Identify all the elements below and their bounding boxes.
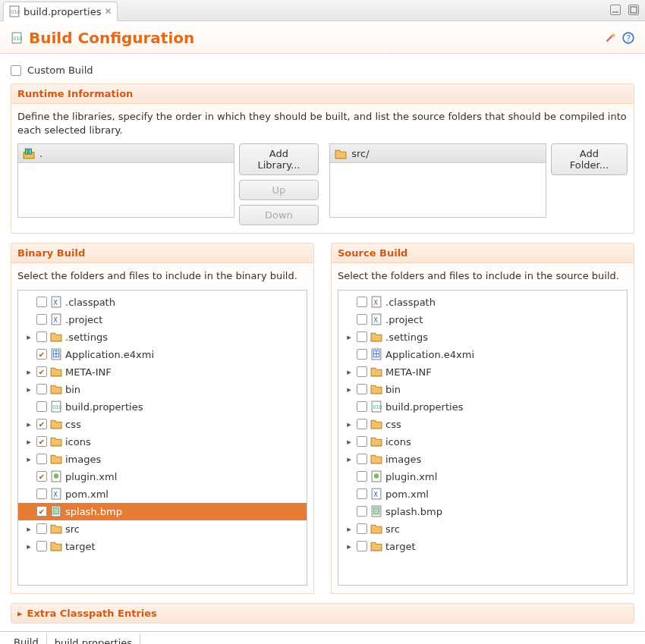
tree-item[interactable]: ▸.settings [18, 328, 307, 346]
tree-item[interactable]: ▸.project [18, 311, 307, 328]
expand-arrow-icon[interactable]: ▸ [24, 419, 33, 429]
tree-item-checkbox[interactable] [357, 454, 367, 464]
tree-item[interactable]: ▸icons [338, 433, 627, 451]
tree-item-checkbox[interactable] [357, 297, 367, 307]
expand-arrow-icon[interactable]: ▸ [24, 367, 33, 377]
down-button[interactable]: Down [239, 205, 319, 225]
tree-item[interactable]: ▸pom.xml [338, 485, 627, 503]
tree-item-checkbox[interactable] [36, 541, 47, 551]
tree-item[interactable]: ▸bin [338, 381, 627, 398]
tree-item-checkbox[interactable] [36, 349, 47, 360]
tree-item[interactable]: ▸.settings [338, 328, 627, 346]
tree-item-checkbox[interactable] [36, 471, 47, 482]
tree-item-checkbox[interactable] [36, 419, 47, 429]
tree-item[interactable]: ▸.classpath [18, 294, 307, 311]
tree-item-checkbox[interactable] [36, 523, 47, 534]
runtime-info-section: Runtime Information Define the libraries… [11, 83, 634, 234]
tree-item-checkbox[interactable] [357, 331, 367, 342]
tree-item[interactable]: ▸images [338, 451, 627, 468]
expand-arrow-icon[interactable]: ▸ [345, 367, 354, 377]
tree-item-checkbox[interactable] [36, 297, 47, 307]
tree-item[interactable]: ▸images [18, 451, 307, 468]
tree-item-checkbox[interactable] [357, 436, 367, 447]
wizard-icon[interactable] [604, 32, 616, 44]
tree-item[interactable]: ▸.classpath [338, 294, 627, 311]
tree-item-checkbox[interactable] [36, 384, 47, 394]
tree-item[interactable]: ▸build.properties [338, 398, 627, 416]
tree-item-checkbox[interactable] [36, 506, 47, 517]
tree-item[interactable]: ▸META-INF [18, 363, 307, 381]
folder-icon [370, 418, 382, 430]
tree-item-checkbox[interactable] [357, 471, 367, 482]
editor-tab-build-properties[interactable]: build.properties ✕ [3, 2, 118, 21]
source-folder-list[interactable]: src/ [329, 143, 546, 218]
library-list[interactable]: . [17, 143, 234, 218]
help-icon[interactable] [622, 32, 634, 44]
add-folder-button[interactable]: Add Folder... [551, 143, 628, 175]
tree-item[interactable]: ▸icons [18, 433, 307, 451]
tree-item-checkbox[interactable] [357, 349, 367, 360]
tree-item-checkbox[interactable] [36, 314, 47, 325]
expand-arrow-icon[interactable]: ▸ [24, 542, 33, 551]
close-tab-icon[interactable]: ✕ [104, 6, 112, 17]
tree-item[interactable]: ▸plugin.xml [18, 468, 307, 485]
tree-item-checkbox[interactable] [357, 506, 367, 517]
tree-item[interactable]: ▸target [338, 538, 627, 555]
expand-arrow-icon[interactable]: ▸ [345, 454, 354, 464]
tree-item-checkbox[interactable] [36, 366, 47, 377]
subtab-build-properties[interactable]: build.properties [46, 633, 140, 644]
tree-item[interactable]: ▸bin [18, 381, 307, 398]
tree-item[interactable]: ▸css [338, 416, 627, 433]
tree-item-label: src [385, 523, 400, 535]
binary-build-tree[interactable]: ▸.classpath▸.project▸.settings▸Applicati… [17, 290, 307, 586]
tree-item-checkbox[interactable] [36, 488, 47, 499]
expand-arrow-icon: ▸ [17, 608, 23, 619]
subtab-build[interactable]: Build [6, 633, 46, 644]
tree-item-checkbox[interactable] [357, 541, 367, 551]
expand-arrow-icon[interactable]: ▸ [345, 419, 354, 429]
tree-item-checkbox[interactable] [357, 488, 367, 499]
expand-arrow-icon[interactable]: ▸ [24, 332, 33, 342]
expand-arrow-icon[interactable]: ▸ [345, 332, 354, 342]
tree-item-checkbox[interactable] [357, 401, 367, 412]
tree-item[interactable]: ▸splash.bmp [338, 503, 627, 520]
tree-item[interactable]: ▸Application.e4xmi [18, 346, 307, 363]
expand-arrow-icon[interactable]: ▸ [345, 437, 354, 447]
tree-item[interactable]: ▸pom.xml [18, 485, 307, 503]
tree-item-checkbox[interactable] [36, 436, 47, 447]
tree-item[interactable]: ▸splash.bmp [18, 503, 307, 520]
tree-item-checkbox[interactable] [357, 384, 367, 394]
tree-item-checkbox[interactable] [357, 419, 367, 429]
tree-item[interactable]: ▸src [18, 520, 307, 538]
expand-arrow-icon[interactable]: ▸ [345, 385, 354, 394]
custom-build-checkbox[interactable] [11, 65, 21, 76]
expand-arrow-icon[interactable]: ▸ [345, 542, 354, 551]
tree-item-checkbox[interactable] [36, 454, 47, 464]
tree-item[interactable]: ▸.project [338, 311, 627, 328]
expand-arrow-icon[interactable]: ▸ [345, 524, 354, 534]
tree-item-label: splash.bmp [385, 506, 442, 517]
tree-item[interactable]: ▸Application.e4xmi [338, 346, 627, 363]
add-library-button[interactable]: Add Library... [239, 143, 319, 175]
minimize-button[interactable] [610, 5, 621, 15]
tree-item-checkbox[interactable] [36, 331, 47, 342]
tree-item[interactable]: ▸src [338, 520, 627, 538]
up-button[interactable]: Up [239, 180, 319, 200]
expand-arrow-icon[interactable]: ▸ [24, 524, 33, 534]
extra-classpath-section[interactable]: ▸ Extra Classpath Entries [11, 603, 634, 624]
tree-item-checkbox[interactable] [357, 314, 367, 325]
tree-item-checkbox[interactable] [36, 401, 47, 412]
source-build-tree[interactable]: ▸.classpath▸.project▸.settings▸Applicati… [338, 290, 628, 586]
tree-item-checkbox[interactable] [357, 523, 367, 534]
expand-arrow-icon[interactable]: ▸ [24, 437, 33, 447]
maximize-button[interactable] [628, 5, 639, 15]
expand-arrow-icon[interactable]: ▸ [24, 385, 33, 394]
tree-item[interactable]: ▸META-INF [338, 363, 627, 381]
tree-item[interactable]: ▸css [18, 416, 307, 433]
tree-item-checkbox[interactable] [357, 366, 367, 377]
expand-arrow-icon[interactable]: ▸ [24, 454, 33, 464]
tree-item[interactable]: ▸plugin.xml [338, 468, 627, 485]
tree-item[interactable]: ▸build.properties [18, 398, 307, 416]
custom-build-option[interactable]: Custom Build [11, 60, 634, 83]
tree-item[interactable]: ▸target [18, 538, 307, 555]
